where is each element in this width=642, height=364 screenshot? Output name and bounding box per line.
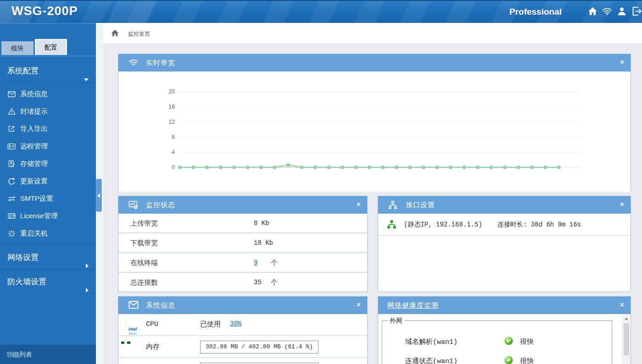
breadcrumb-label[interactable]: 监控首页	[128, 30, 150, 38]
panel-title: 实时带宽	[146, 59, 175, 67]
close-icon[interactable]: ×	[620, 58, 624, 67]
row-label: 在线终端	[130, 259, 158, 267]
license-icon	[7, 212, 16, 220]
row-unit: 个	[271, 259, 278, 267]
sidebar-item-system-info[interactable]: 系统信息	[0, 85, 96, 103]
update-icon	[7, 177, 16, 185]
sidebar-item-block-tips[interactable]: 封堵提示	[0, 103, 96, 120]
panel-title: 接口设置	[406, 201, 435, 210]
breadcrumb: 监控首页	[103, 23, 642, 44]
sidebar-item-storage-mgmt[interactable]: 存储管理	[0, 155, 96, 172]
disk-icon	[126, 362, 140, 364]
sidebar-item-label: 远程管理	[20, 142, 48, 151]
section-network-settings[interactable]: 网络设置	[0, 245, 96, 270]
panel-header: 系统信息 ×	[118, 297, 367, 314]
ram-icon	[126, 340, 140, 352]
svg-text:20: 20	[168, 88, 175, 95]
panel-title: 系统信息	[146, 301, 175, 310]
sidebar-menu: 系统配置 系统信息 封堵提示 导入导出	[0, 59, 96, 345]
table-row: 下载带宽 18 Kb	[118, 233, 367, 253]
sidebar-collapse-handle[interactable]	[96, 179, 102, 212]
monitor-status-icon	[128, 200, 138, 211]
panel-monitor-status: 监控状态 × 上传带宽 8 Kb 下载带宽 18 Kb 在线终端 9 个 总	[118, 196, 368, 292]
section-firewall-settings[interactable]: 防火墙设置	[0, 270, 96, 294]
sidebar-item-label: SMTP设置	[20, 194, 53, 203]
panel-realtime-bandwidth: 实时带宽 × 048121620	[118, 54, 631, 192]
cpu-usage-link[interactable]: 30%	[230, 320, 241, 327]
panel-area: 实时带宽 × 048121620 监控状态 × 上传带宽 8 Kb	[103, 44, 642, 364]
sidebar-item-label: 存储管理	[20, 160, 48, 168]
scrollbar[interactable]	[622, 314, 630, 364]
warning-icon	[7, 107, 16, 116]
panel-system-info: 系统信息 × intelAtom CPU 已使用 30% 内存 302.86 M…	[118, 296, 368, 364]
memory-usage-box: 302.86 MB / 492.89 MB (61.4 %)	[200, 341, 318, 353]
status-badge: 很快	[520, 337, 534, 346]
row-value: 35	[254, 279, 262, 286]
bandwidth-chart-body: 048121620	[118, 72, 631, 192]
sidebar-item-label: 系统信息	[20, 90, 48, 99]
sidebar-item-label: 封堵提示	[20, 107, 48, 116]
row-label: 上传带宽	[130, 219, 158, 228]
network-health-title-link[interactable]: 网络健康度监测	[387, 301, 439, 310]
sidebar-item-label: 导入导出	[20, 125, 48, 133]
scroll-up-icon[interactable]	[623, 314, 630, 322]
sidebar-item-update-settings[interactable]: 更新设置	[0, 172, 96, 190]
intel-cpu-icon: intelAtom	[126, 318, 140, 330]
close-icon[interactable]: ×	[620, 200, 624, 209]
topbar-icons	[587, 6, 642, 17]
tab-modules[interactable]: 模块	[1, 41, 33, 55]
smtp-icon	[7, 194, 16, 203]
close-icon[interactable]: ×	[357, 300, 361, 309]
disk-row: 硬盘	[118, 358, 367, 364]
panel-network-health: 网络健康度监测 × 外网 域名解析(wan1) 很快	[378, 296, 631, 364]
memory-label: 内存	[146, 342, 160, 351]
sidebar-tabs: 模块 配置	[0, 40, 96, 57]
sidebar: 模块 配置 系统配置 系统信息 封堵提示	[0, 23, 96, 364]
sidebar-item-remote-mgmt[interactable]: 远程管理	[0, 138, 96, 155]
sidebar-item-import-export[interactable]: 导入导出	[0, 120, 96, 138]
panel-header: 实时带宽 ×	[118, 54, 631, 72]
breadcrumb-home-icon[interactable]	[111, 29, 119, 39]
sidebar-item-smtp-settings[interactable]: SMTP设置	[0, 190, 96, 207]
section-label: 系统配置	[7, 66, 39, 75]
panel-interface-settings: 接口设置 × (静态IP, 192.168.1.5) 连接时长: 38d 6h …	[378, 196, 631, 292]
wifi-icon[interactable]	[602, 6, 613, 17]
function-list-bar[interactable]: 功能列表	[0, 345, 96, 364]
row-unit: 个	[271, 278, 278, 287]
scroll-thumb[interactable]	[624, 323, 629, 355]
reboot-icon	[7, 229, 16, 237]
topbar: WSG-200P Professional	[0, 0, 642, 23]
sidebar-item-label: 重启关机	[20, 229, 48, 238]
memory-row: 内存 302.86 MB / 492.89 MB (61.4 %)	[118, 336, 367, 358]
edition-label: Professional	[509, 7, 562, 17]
tab-config[interactable]: 配置	[35, 39, 67, 55]
import-export-icon	[7, 125, 16, 133]
table-row: 上传带宽 8 Kb	[118, 214, 367, 233]
chevron-right-icon	[86, 278, 89, 303]
sidebar-item-reboot-shutdown[interactable]: 重启关机	[0, 225, 96, 242]
status-badge: 很快	[520, 357, 534, 364]
user-icon[interactable]	[616, 6, 627, 17]
wifi-icon	[128, 58, 139, 69]
section-system-config[interactable]: 系统配置	[0, 59, 96, 83]
sidebar-item-license-mgmt[interactable]: License管理	[0, 207, 96, 225]
close-icon[interactable]: ×	[620, 300, 624, 309]
panel-header: 接口设置 ×	[378, 196, 631, 214]
status-ok-icon	[504, 336, 513, 347]
online-terminals-link[interactable]: 9	[254, 259, 257, 266]
health-check-label: 域名解析(wan1)	[405, 337, 458, 346]
interface-row[interactable]: (静态IP, 192.168.1.5) 连接时长: 38d 6h 9m 16s	[378, 214, 631, 236]
close-icon[interactable]: ×	[357, 200, 361, 209]
home-icon[interactable]	[587, 6, 598, 17]
svg-text:16: 16	[168, 104, 175, 110]
section-label: 网络设置	[7, 253, 39, 262]
cpu-row: intelAtom CPU 已使用 30%	[118, 314, 367, 336]
wan-group-label: 外网	[388, 317, 404, 325]
svg-text:4: 4	[172, 149, 175, 155]
sidebar-item-label: 更新设置	[20, 177, 48, 186]
interface-duration: 连接时长: 38d 6h 9m 16s	[497, 221, 581, 229]
interface-connection: (静态IP, 192.168.1.5)	[404, 221, 482, 229]
wan-group: 外网 域名解析(wan1) 很快 连通状态(wan1)	[382, 320, 612, 364]
logout-icon[interactable]	[631, 6, 642, 17]
main-content: 监控首页 实时带宽 × 048121620	[103, 23, 642, 364]
